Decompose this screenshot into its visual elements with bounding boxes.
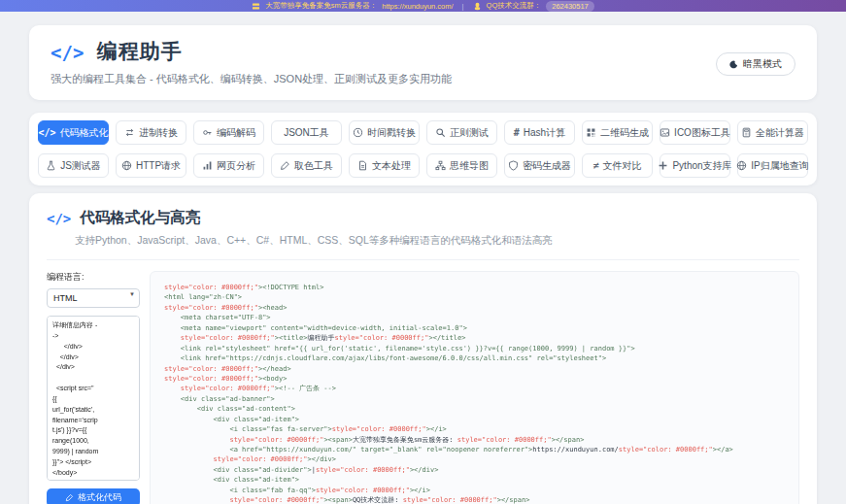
tool-tabs-card: </>代码格式化进制转换编码解码JSON工具时间戳转换正则测试#Hash计算二维… bbox=[29, 113, 817, 185]
globe-icon bbox=[736, 160, 747, 171]
key-icon bbox=[202, 127, 213, 138]
chevron-down-icon: ▼ bbox=[129, 291, 135, 297]
banner-qq-label: QQ技术交流群： bbox=[487, 1, 542, 11]
tab-json-tools[interactable]: JSON工具 bbox=[271, 120, 342, 145]
format-code-label: 格式化代码 bbox=[78, 491, 121, 504]
code-line: style="color: #0000ff;"><body> bbox=[164, 374, 785, 384]
globe-icon bbox=[121, 160, 132, 171]
language-select[interactable]: HTML ▼ bbox=[47, 288, 140, 308]
code-icon: </> bbox=[38, 128, 55, 138]
banner-server-text: 大宽带独享免备案免sm云服务器： bbox=[265, 1, 377, 11]
tab-color-picker[interactable]: 取色工具 bbox=[271, 153, 342, 178]
section-subtitle: 支持Python、JavaScript、Java、C++、C#、HTML、CSS… bbox=[75, 234, 799, 248]
shield-icon bbox=[508, 160, 519, 171]
code-line: <meta name="viewport" content="width=dev… bbox=[164, 323, 785, 333]
tab-base-convert[interactable]: 进制转换 bbox=[116, 120, 186, 145]
qq-icon bbox=[473, 2, 482, 11]
tab-regex-test[interactable]: 正则测试 bbox=[426, 120, 497, 145]
tab-row: JS测试器HTTP请求网页分析取色工具文本处理思维导图密码生成器≠文件对比Pyt… bbox=[38, 153, 808, 178]
tab-web-analyzer[interactable]: 网页分析 bbox=[193, 153, 264, 178]
tab-label: 文本处理 bbox=[372, 159, 411, 173]
format-code-button[interactable]: 格式化代码 bbox=[47, 488, 140, 504]
code-line: style="color: #0000ff;"><!DOCTYPE html> bbox=[164, 283, 785, 292]
banner-divider: | bbox=[462, 2, 464, 11]
code-line: <i class="fas fa-server">style="color: #… bbox=[164, 424, 785, 434]
code-line: <div class="ad-item"> bbox=[164, 415, 785, 424]
code-line: style="color: #0000ff;"><title>编程助手style… bbox=[164, 333, 785, 343]
file-icon bbox=[357, 160, 368, 171]
code-line: <div class="ad-item"> bbox=[164, 475, 785, 485]
code-line: <link href="https://cdnjs.cloudflare.com… bbox=[164, 353, 785, 363]
hash-icon: # bbox=[514, 128, 520, 138]
tool-sidebar: 编程语言: HTML ▼ 格式化代码 bbox=[47, 271, 140, 504]
code-line: <i class="fab fa-qq">style="color: #0000… bbox=[164, 486, 785, 495]
tab-label: 时间戳转换 bbox=[367, 126, 416, 140]
tab-calculator[interactable]: 全能计算器 bbox=[737, 120, 808, 145]
tab-label: 取色工具 bbox=[294, 159, 333, 173]
tab-label: JS测试器 bbox=[60, 159, 101, 173]
tab-ip-lookup[interactable]: IP归属地查询 bbox=[737, 153, 808, 178]
tab-file-diff[interactable]: ≠文件对比 bbox=[582, 153, 653, 178]
tab-label: 网页分析 bbox=[217, 159, 255, 173]
code-line: style="color: #0000ff;"><span>大宽带独享免备案免s… bbox=[164, 435, 785, 445]
search-icon bbox=[435, 127, 446, 138]
analytics-icon bbox=[202, 160, 213, 171]
tab-label: 全能计算器 bbox=[756, 126, 804, 140]
tab-label: 文件对比 bbox=[603, 159, 642, 173]
dark-mode-button[interactable]: 暗黑模式 bbox=[716, 52, 795, 76]
tab-timestamp-convert[interactable]: 时间戳转换 bbox=[349, 120, 420, 145]
tab-label: 正则测试 bbox=[450, 126, 489, 140]
tab-label: JSON工具 bbox=[284, 126, 329, 140]
flask-icon bbox=[46, 160, 56, 171]
tab-js-tester[interactable]: JS测试器 bbox=[38, 153, 109, 178]
tab-label: HTTP请求 bbox=[136, 159, 181, 173]
code-line: <div class="ad-content"> bbox=[164, 404, 785, 414]
tab-code-format[interactable]: </>代码格式化 bbox=[38, 120, 109, 145]
tab-label: 密码生成器 bbox=[523, 159, 571, 173]
header-card: </> 编程助手 强大的编程工具集合 - 代码格式化、编码转换、JSON处理、正… bbox=[29, 25, 817, 100]
dark-mode-label: 暗黑模式 bbox=[743, 57, 782, 71]
code-icon: </> bbox=[47, 211, 71, 226]
tab-label: Hash计算 bbox=[524, 126, 565, 140]
code-line: style="color: #0000ff;"></head> bbox=[164, 364, 785, 374]
tab-qrcode-gen[interactable]: 二维码生成 bbox=[582, 120, 653, 145]
banner-server-link[interactable]: https://xunduyun.com/ bbox=[382, 2, 453, 11]
tab-encode-decode[interactable]: 编码解码 bbox=[193, 120, 264, 145]
tab-label: Python支持库 bbox=[672, 159, 731, 173]
plus-icon bbox=[658, 160, 668, 171]
tab-python-lib[interactable]: Python支持库 bbox=[660, 153, 730, 178]
tab-label: 进制转换 bbox=[139, 126, 178, 140]
code-output: style="color: #0000ff;"><!DOCTYPE html><… bbox=[150, 271, 799, 504]
tab-label: 代码格式化 bbox=[60, 126, 109, 140]
tab-label: 编码解码 bbox=[217, 126, 255, 140]
tab-mindmap[interactable]: 思维导图 bbox=[426, 153, 497, 178]
qq-group-number-badge[interactable]: 262430517 bbox=[546, 1, 594, 12]
qrcode-icon bbox=[586, 127, 596, 138]
promo-banner: 大宽带独享免备案免sm云服务器： https://xunduyun.com/ |… bbox=[0, 0, 846, 12]
tab-http-request[interactable]: HTTP请求 bbox=[116, 153, 186, 178]
page-subtitle: 强大的编程工具集合 - 代码格式化、编码转换、JSON处理、正则测试及更多实用功… bbox=[51, 72, 795, 86]
page-title: 编程助手 bbox=[97, 40, 183, 62]
code-line: <meta charset="UTF-8"> bbox=[164, 313, 785, 322]
code-line: <link rel="stylesheet" href="{{ url_for(… bbox=[164, 344, 785, 353]
tab-ico-tools[interactable]: ICO图标工具 bbox=[660, 120, 730, 145]
tab-label: 二维码生成 bbox=[600, 126, 649, 140]
clock-icon bbox=[353, 127, 363, 138]
language-select-value: HTML bbox=[53, 293, 78, 303]
exchange-icon bbox=[124, 127, 135, 138]
tool-body: 编程语言: HTML ▼ 格式化代码 style="color: #0000ff… bbox=[47, 271, 799, 504]
code-line: <div class="ad-banner"> bbox=[164, 394, 785, 404]
tab-text-process[interactable]: 文本处理 bbox=[349, 153, 420, 178]
tab-hash-calc[interactable]: #Hash计算 bbox=[504, 120, 575, 145]
moon-icon bbox=[729, 60, 738, 69]
code-line: <div class="ad-divider">|style="color: #… bbox=[164, 465, 785, 475]
code-logo-icon: </> bbox=[51, 42, 84, 63]
code-input[interactable] bbox=[47, 316, 140, 481]
section-title: 代码格式化与高亮 bbox=[80, 208, 200, 228]
tab-password-gen[interactable]: 密码生成器 bbox=[504, 153, 575, 178]
code-line: <a href="https://xunduyun.com/" target="… bbox=[164, 445, 785, 454]
code-line: <html lang="zh-CN"> bbox=[164, 292, 785, 302]
tab-label: 思维导图 bbox=[450, 159, 489, 173]
code-line: style="color: #0000ff;"><head> bbox=[164, 303, 785, 313]
code-line: style="color: #0000ff;"><span>QQ技术交流群: s… bbox=[164, 495, 785, 504]
